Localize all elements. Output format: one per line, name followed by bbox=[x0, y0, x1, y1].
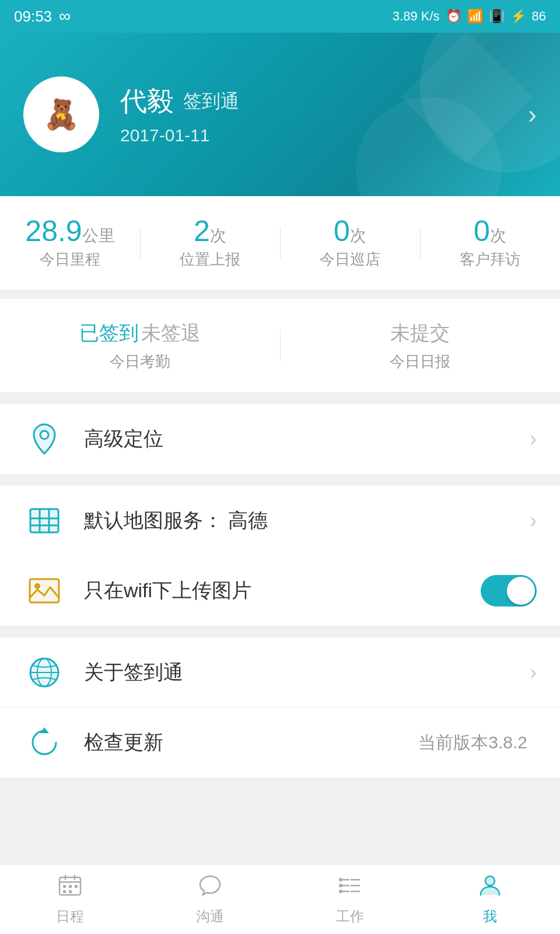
svg-rect-6 bbox=[30, 579, 59, 602]
stat-location: 2次 位置上报 bbox=[140, 217, 280, 270]
refresh-icon bbox=[23, 722, 65, 764]
menu-item-map[interactable]: 默认地图服务： 高德 › bbox=[0, 486, 560, 556]
chat-label: 沟通 bbox=[196, 907, 224, 926]
svg-rect-17 bbox=[69, 885, 72, 888]
bottom-spacer bbox=[0, 778, 560, 801]
about-arrow: › bbox=[530, 660, 537, 685]
report-label: 今日日报 bbox=[390, 351, 450, 372]
infinity-icon: ∞ bbox=[59, 7, 71, 26]
visit-unit: 次 bbox=[490, 226, 506, 245]
mileage-label: 今日里程 bbox=[40, 249, 100, 270]
update-menu-text: 检查更新 bbox=[84, 729, 418, 756]
menu-item-wifi[interactable]: 只在wifi下上传图片 bbox=[0, 556, 560, 626]
svg-point-24 bbox=[339, 884, 342, 887]
menu-item-location[interactable]: 高级定位 › bbox=[0, 404, 560, 474]
svg-point-30 bbox=[485, 876, 495, 886]
bottom-nav: 日程 沟通 工作 bbox=[0, 864, 560, 934]
menu-section-location: 高级定位 › bbox=[0, 404, 560, 474]
svg-point-22 bbox=[339, 878, 342, 881]
location-unit: 次 bbox=[210, 226, 226, 245]
location-arrow: › bbox=[530, 427, 537, 451]
location-value: 2 bbox=[194, 215, 210, 248]
nav-schedule[interactable]: 日程 bbox=[0, 873, 140, 926]
clock-icon: ⏰ bbox=[446, 9, 461, 24]
app-name: 签到通 bbox=[183, 89, 239, 114]
header-date: 2017-01-11 bbox=[120, 126, 528, 145]
map-menu-text: 默认地图服务： 高德 bbox=[84, 507, 530, 534]
charging-icon: ⚡ bbox=[510, 9, 526, 24]
globe-icon bbox=[23, 651, 65, 693]
status-right: 3.89 K/s ⏰ 📶 📳 ⚡ 86 bbox=[393, 9, 546, 24]
separator-2 bbox=[0, 474, 560, 486]
map-icon bbox=[23, 500, 65, 542]
user-name: 代毅 bbox=[120, 83, 174, 120]
nav-chat[interactable]: 沟通 bbox=[140, 873, 280, 926]
nav-me[interactable]: 我 bbox=[420, 873, 560, 926]
checkin-status: 已签到 未签退 bbox=[79, 320, 201, 347]
about-menu-text: 关于签到通 bbox=[84, 659, 530, 686]
patrol-label: 今日巡店 bbox=[320, 249, 380, 270]
menu-item-update[interactable]: 检查更新 当前版本3.8.2 bbox=[0, 708, 560, 778]
svg-point-7 bbox=[34, 583, 40, 589]
svg-rect-16 bbox=[63, 885, 66, 888]
attendance-checkin: 已签到 未签退 今日考勤 bbox=[0, 320, 280, 372]
work-icon bbox=[337, 873, 363, 904]
wifi-menu-text: 只在wifi下上传图片 bbox=[84, 577, 481, 604]
mileage-value: 28.9 bbox=[25, 215, 82, 248]
person-icon bbox=[477, 873, 503, 904]
stat-patrol: 0次 今日巡店 bbox=[280, 217, 420, 270]
image-icon bbox=[23, 570, 65, 612]
header-forward-arrow[interactable]: › bbox=[528, 100, 537, 129]
report-status: 未提交 bbox=[390, 320, 450, 347]
patrol-value: 0 bbox=[334, 215, 350, 248]
svg-rect-19 bbox=[63, 890, 66, 893]
avatar: 🧸 bbox=[23, 76, 99, 152]
visit-value: 0 bbox=[474, 215, 490, 248]
svg-rect-18 bbox=[75, 885, 78, 888]
attendance-report: 未提交 今日日报 bbox=[280, 320, 560, 372]
profile-header[interactable]: 🧸 代毅 签到通 2017-01-11 › bbox=[0, 33, 560, 196]
calendar-icon bbox=[57, 873, 83, 904]
schedule-label: 日程 bbox=[56, 907, 84, 926]
attendance-container: 已签到 未签退 今日考勤 未提交 今日日报 bbox=[0, 299, 560, 392]
status-time: 09:53 bbox=[14, 8, 52, 26]
work-label: 工作 bbox=[336, 907, 364, 926]
battery-level: 86 bbox=[532, 9, 546, 24]
toggle-knob bbox=[507, 577, 535, 605]
network-speed: 3.89 K/s bbox=[393, 9, 440, 24]
map-arrow: › bbox=[530, 508, 537, 533]
update-version: 当前版本3.8.2 bbox=[418, 731, 527, 755]
me-label: 我 bbox=[483, 907, 497, 926]
menu-section-map: 默认地图服务： 高德 › bbox=[0, 486, 560, 556]
menu-item-about[interactable]: 关于签到通 › bbox=[0, 637, 560, 708]
patrol-unit: 次 bbox=[350, 226, 366, 245]
separator-3 bbox=[0, 626, 560, 637]
svg-point-0 bbox=[40, 431, 48, 439]
status-bar: 09:53 ∞ 3.89 K/s ⏰ 📶 📳 ⚡ 86 bbox=[0, 0, 560, 33]
svg-rect-20 bbox=[69, 890, 72, 893]
stats-container: 28.9公里 今日里程 2次 位置上报 0次 今日巡店 0次 客户拜访 bbox=[0, 196, 560, 290]
menu-section-wifi: 只在wifi下上传图片 bbox=[0, 556, 560, 626]
visit-label: 客户拜访 bbox=[460, 249, 520, 270]
svg-point-26 bbox=[339, 890, 342, 893]
wifi-icon: 📶 bbox=[467, 9, 483, 24]
stat-mileage: 28.9公里 今日里程 bbox=[0, 217, 140, 270]
menu-section-about: 关于签到通 › 检查更新 当前版本3.8.2 bbox=[0, 637, 560, 778]
wifi-toggle[interactable] bbox=[481, 575, 537, 607]
stat-visit: 0次 客户拜访 bbox=[420, 217, 560, 270]
chat-icon bbox=[197, 873, 223, 904]
location-label: 位置上报 bbox=[180, 249, 240, 270]
location-menu-text: 高级定位 bbox=[84, 426, 530, 452]
separator-1 bbox=[0, 392, 560, 404]
mileage-unit: 公里 bbox=[82, 226, 115, 245]
svg-marker-11 bbox=[40, 727, 49, 733]
status-left: 09:53 ∞ bbox=[14, 7, 71, 26]
svg-rect-1 bbox=[30, 509, 58, 532]
signal-icon: 📳 bbox=[489, 9, 505, 24]
location-icon bbox=[23, 418, 65, 460]
nav-work[interactable]: 工作 bbox=[280, 873, 420, 926]
checkin-label: 今日考勤 bbox=[110, 351, 170, 372]
